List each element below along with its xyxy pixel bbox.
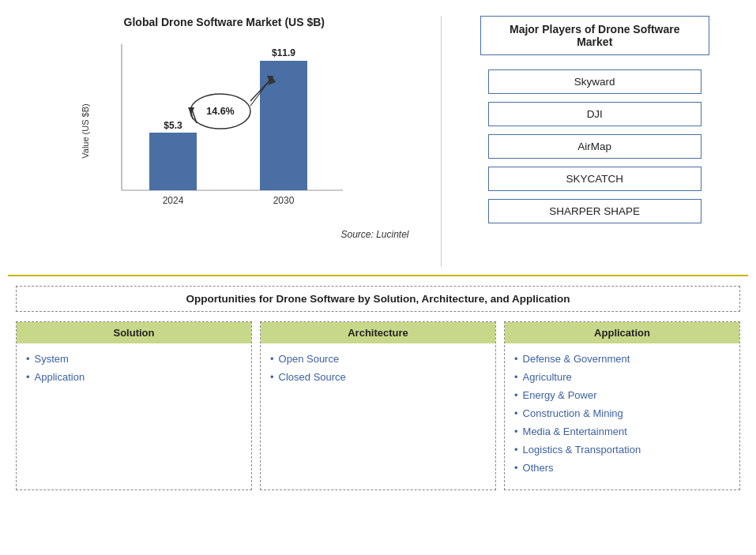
application-content: Defense & Government Agriculture Energy … <box>505 343 739 489</box>
chart-wrapper: Value (US $B) $5.3 2024 $11.9 2030 14.6% <box>74 36 374 226</box>
arch-item-open: Open Source <box>270 353 486 365</box>
chart-area: Global Drone Software Market (US $B) Val… <box>8 8 441 275</box>
solution-item-application: Application <box>26 371 242 383</box>
bottom-section: Opportunities for Drone Software by Solu… <box>8 276 748 497</box>
main-container: Global Drone Software Market (US $B) Val… <box>0 0 756 555</box>
player-item-skyward: Skyward <box>488 69 701 94</box>
architecture-content: Open Source Closed Source <box>261 343 495 489</box>
svg-text:$5.3: $5.3 <box>164 120 182 131</box>
application-column: Application Defense & Government Agricul… <box>504 321 740 490</box>
svg-text:2024: 2024 <box>162 195 183 206</box>
app-item-logistics: Logistics & Transportation <box>514 444 730 456</box>
players-area: Major Players of Drone Software Market S… <box>442 8 749 275</box>
bar-2030 <box>260 61 307 190</box>
player-item-airmap: AirMap <box>488 134 701 159</box>
solution-content: System Application <box>17 343 251 489</box>
svg-text:$11.9: $11.9 <box>272 47 295 58</box>
chart-source: Source: Lucintel <box>340 229 408 240</box>
svg-text:Value (US $B): Value (US $B) <box>81 103 90 159</box>
app-item-media: Media & Entertainment <box>514 426 730 437</box>
top-section: Global Drone Software Market (US $B) Val… <box>8 8 748 276</box>
solution-item-system: System <box>26 353 242 365</box>
solution-header: Solution <box>17 322 251 343</box>
application-header: Application <box>505 322 739 343</box>
app-item-others: Others <box>514 462 730 474</box>
bottom-title: Opportunities for Drone Software by Solu… <box>16 286 740 312</box>
architecture-header: Architecture <box>261 322 495 343</box>
players-title: Major Players of Drone Software Market <box>480 16 709 55</box>
bar-2024 <box>149 133 197 190</box>
app-item-energy: Energy & Power <box>514 389 730 401</box>
player-item-skycatch: SKYCATCH <box>488 167 701 191</box>
columns-row: Solution System Application Architecture… <box>16 321 740 490</box>
app-item-agriculture: Agriculture <box>514 371 730 383</box>
app-item-construction: Construction & Mining <box>514 407 730 419</box>
chart-title: Global Drone Software Market (US $B) <box>124 16 325 28</box>
solution-column: Solution System Application <box>16 321 252 490</box>
bar-chart: Value (US $B) $5.3 2024 $11.9 2030 14.6% <box>74 36 374 226</box>
arch-item-closed: Closed Source <box>270 371 486 383</box>
cagr-label: 14.6% <box>206 106 234 117</box>
player-item-dji: DJI <box>488 102 701 126</box>
svg-text:2030: 2030 <box>273 195 294 206</box>
app-item-defense: Defense & Government <box>514 353 730 365</box>
player-item-sharper: SHARPER SHAPE <box>488 199 701 223</box>
architecture-column: Architecture Open Source Closed Source <box>260 321 496 490</box>
